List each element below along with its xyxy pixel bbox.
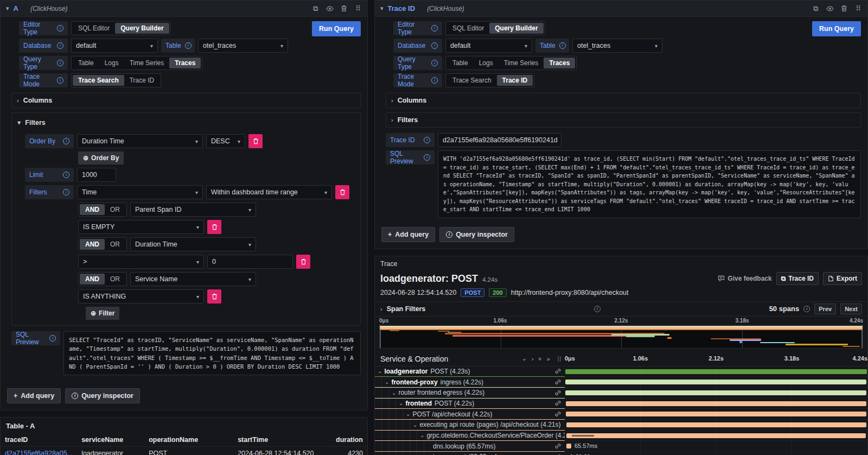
span-filters-label[interactable]: Span Filters	[387, 305, 426, 313]
run-query-button[interactable]: Run Query	[312, 21, 361, 36]
add-filter-button[interactable]: ⊕Filter	[86, 307, 119, 320]
remove-condition-button[interactable]	[207, 220, 221, 234]
condition-operator-select[interactable]: IS EMPTY▾	[78, 220, 204, 234]
info-icon[interactable]: i	[57, 60, 63, 66]
condition-field-select[interactable]: Duration Time▾	[130, 237, 256, 251]
chevron-down-icon[interactable]: ⌄	[403, 411, 412, 417]
span-name-cell[interactable]: ⌄frontend-proxyingress (4.22s)	[375, 377, 565, 388]
collapse-chevron-icon[interactable]: ▾	[6, 5, 9, 12]
editor-type-sql-editor[interactable]: SQL Editor	[73, 23, 115, 34]
span-link-icon[interactable]	[551, 410, 565, 418]
span-link-icon[interactable]	[561, 421, 565, 428]
span-row[interactable]: dns.lookup (65.57ms)65.57ms	[375, 441, 867, 452]
trace-mode-trace-search[interactable]: Trace Search	[73, 75, 124, 86]
remove-condition-button[interactable]	[207, 289, 221, 304]
database-select[interactable]: default▾	[445, 39, 532, 53]
info-icon[interactable]: i	[431, 25, 438, 31]
span-name-cell[interactable]: ⌄frontendPOST (4.22s)	[375, 399, 565, 409]
span-bar-cell[interactable]	[565, 388, 867, 399]
column-resize-handle[interactable]: ||	[558, 356, 561, 362]
info-icon[interactable]: i	[57, 77, 63, 84]
span-duration-bar[interactable]	[566, 422, 866, 427]
condition-operator-select[interactable]: >▾	[78, 255, 204, 269]
collapse-chevron-icon[interactable]: ▾	[380, 5, 384, 12]
editor-type-query-builder[interactable]: Query Builder	[115, 23, 169, 34]
expand-all-icon[interactable]: »	[547, 356, 550, 362]
span-name-cell[interactable]: ⌄grpc.oteldemo.CheckoutService/PlaceOrde…	[375, 431, 565, 441]
trace-mode-trace-id[interactable]: Trace ID	[497, 75, 533, 86]
span-duration-bar[interactable]	[565, 369, 867, 374]
span-name-cell[interactable]: ⌄router frontend egress (4.22s)	[375, 388, 565, 399]
chevron-down-icon[interactable]: ⌄	[396, 400, 405, 406]
span-link-icon[interactable]	[551, 378, 565, 386]
hide-response-eye-icon[interactable]	[826, 5, 834, 12]
span-bar-cell[interactable]: 65.57ms	[565, 441, 867, 452]
join-and[interactable]: AND	[80, 274, 105, 285]
database-select[interactable]: default▾	[71, 39, 158, 53]
remove-order-by-button[interactable]	[248, 134, 263, 148]
span-link-icon[interactable]	[551, 368, 565, 375]
span-name-cell[interactable]: dns.lookup (65.57ms)	[375, 441, 565, 452]
span-link-icon[interactable]	[551, 389, 565, 396]
span-name-cell[interactable]: ⌄loadgeneratorPOST (4.23s)	[375, 366, 565, 377]
span-row[interactable]: ⌄router frontend egress (4.22s)	[375, 388, 867, 399]
remove-filter-button[interactable]	[335, 185, 349, 199]
span-bar-cell[interactable]	[565, 366, 867, 377]
duplicate-query-icon[interactable]: ⧉	[312, 5, 320, 12]
duplicate-query-icon[interactable]: ⧉	[812, 5, 820, 12]
editor-type-query-builder[interactable]: Query Builder	[489, 23, 543, 34]
query-type-logs[interactable]: Logs	[474, 58, 499, 68]
chevron-down-icon[interactable]: ⌄	[382, 379, 391, 385]
editor-type-sql-editor[interactable]: SQL Editor	[447, 23, 489, 34]
add-query-button[interactable]: +Add query	[7, 388, 61, 403]
drag-handle-icon[interactable]: ⠿	[854, 5, 862, 12]
info-icon[interactable]: i	[431, 60, 438, 66]
filter-time-field-select[interactable]: Time▾	[77, 185, 203, 199]
column-header-startTime[interactable]: startTime	[233, 433, 326, 447]
condition-field-select[interactable]: Parent Span ID▾	[130, 203, 256, 217]
info-icon[interactable]: i	[431, 77, 438, 84]
span-bar-cell[interactable]	[565, 409, 867, 420]
span-name-cell[interactable]: ⌄POST /api/checkout (4.22s)	[375, 409, 565, 420]
delete-query-icon[interactable]	[840, 5, 848, 12]
query-inspector-button[interactable]: iQuery inspector	[65, 388, 140, 403]
span-row[interactable]: ⌄POST /api/checkout (4.22s)	[375, 409, 867, 420]
condition-operator-select[interactable]: IS ANYTHING▾	[78, 289, 204, 304]
chevron-down-icon[interactable]: ⌄	[389, 390, 398, 396]
next-span-button[interactable]: Next	[840, 304, 862, 314]
span-row[interactable]: ⌄frontend-proxyingress (4.22s)	[375, 377, 867, 388]
join-and[interactable]: AND	[80, 204, 105, 215]
info-icon[interactable]: i	[559, 42, 566, 49]
condition-value-input[interactable]: 0	[207, 255, 293, 269]
trace-mode-trace-search[interactable]: Trace Search	[447, 75, 497, 86]
info-icon[interactable]: i	[424, 137, 430, 143]
trace-minimap[interactable]	[379, 325, 863, 349]
span-duration-bar[interactable]	[566, 444, 571, 448]
span-duration-bar[interactable]	[566, 412, 866, 416]
query-type-time-series[interactable]: Time Series	[499, 58, 544, 68]
column-header-serviceName[interactable]: serviceName	[77, 433, 144, 447]
trace-mode-trace-id[interactable]: Trace ID	[124, 75, 160, 86]
trace-id-input[interactable]: d2a7155ef6a928a05680e5ff6190241d	[438, 133, 561, 147]
join-and[interactable]: AND	[80, 239, 105, 250]
columns-collapse[interactable]: › Columns	[386, 93, 861, 108]
trace-id-copy-button[interactable]: ⧉Trace ID	[776, 272, 819, 285]
collapse-one-icon[interactable]: ⌄	[522, 355, 527, 362]
span-duration-bar[interactable]	[566, 433, 866, 438]
span-duration-bar[interactable]	[565, 390, 866, 395]
collapse-all-icon[interactable]: »	[537, 357, 544, 360]
expand-one-icon[interactable]: ›	[532, 356, 534, 362]
join-or[interactable]: OR	[105, 204, 125, 215]
span-bar-cell[interactable]	[565, 431, 867, 441]
query-type-logs[interactable]: Logs	[99, 58, 124, 68]
filters-collapse[interactable]: ▾ Filters	[17, 118, 355, 127]
info-icon[interactable]: i	[57, 25, 63, 31]
span-bar-cell[interactable]	[565, 399, 867, 409]
info-icon[interactable]: i	[63, 189, 69, 195]
query-inspector-button[interactable]: iQuery inspector	[439, 227, 514, 242]
query-type-table[interactable]: Table	[447, 58, 474, 68]
filters-collapse[interactable]: › Filters	[386, 112, 861, 128]
run-query-button[interactable]: Run Query	[812, 21, 861, 36]
span-link-icon[interactable]	[551, 400, 565, 407]
span-bar-cell[interactable]	[565, 377, 867, 388]
